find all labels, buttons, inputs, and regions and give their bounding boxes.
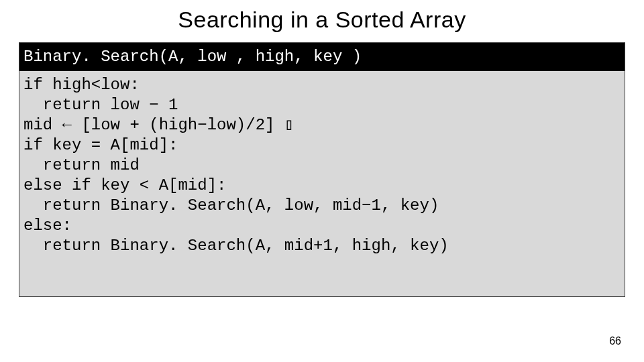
page-number: 66 — [609, 335, 621, 347]
code-body: if high<low: return low − 1 mid ← [low +… — [19, 71, 625, 296]
code-block: Binary. Search(A, low , high, key ) if h… — [19, 42, 625, 297]
slide: Searching in a Sorted Array Binary. Sear… — [0, 0, 644, 362]
slide-title: Searching in a Sorted Array — [0, 0, 644, 42]
code-header: Binary. Search(A, low , high, key ) — [19, 43, 625, 71]
